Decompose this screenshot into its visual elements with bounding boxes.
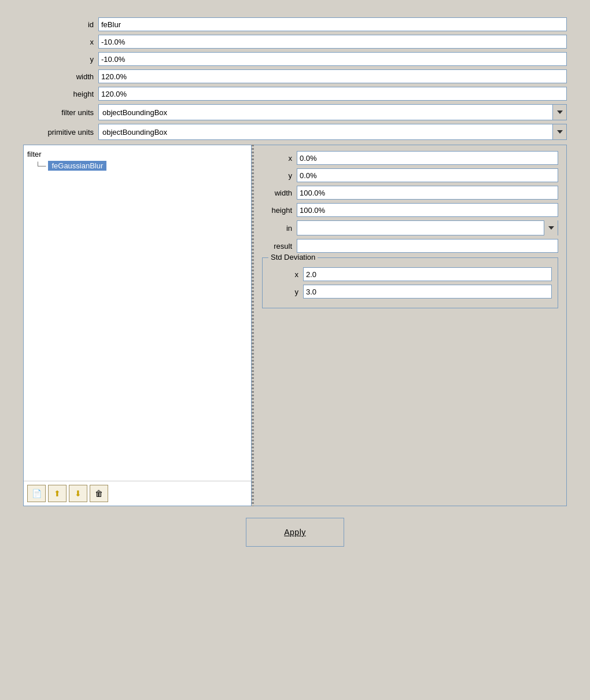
primitive-units-label: primitive units	[23, 128, 98, 137]
tree-toolbar	[24, 481, 251, 506]
details-in-value	[297, 227, 544, 229]
std-deviation-group: Std Deviation x y	[262, 257, 558, 308]
id-row: id	[23, 17, 567, 31]
details-width-input[interactable]	[297, 186, 558, 200]
primitive-units-row: primitive units objectBoundingBox	[23, 124, 567, 140]
filter-units-label: filter units	[23, 108, 98, 117]
bottom-section: filter └─ feGaussianBlur	[23, 145, 567, 506]
std-x-input[interactable]	[303, 267, 552, 281]
primitive-units-arrow-icon	[557, 130, 563, 134]
tree-child-item[interactable]: └─ feGaussianBlur	[27, 161, 248, 171]
std-x-row: x	[268, 267, 552, 281]
delete-button[interactable]	[90, 485, 108, 502]
height-row: height	[23, 87, 567, 101]
x-label: x	[23, 38, 98, 46]
move-down-button[interactable]	[69, 485, 87, 502]
filter-units-select[interactable]: objectBoundingBox	[98, 104, 567, 120]
details-x-input[interactable]	[297, 151, 558, 165]
id-label: id	[23, 20, 98, 29]
std-y-row: y	[268, 285, 552, 299]
filter-units-value: objectBoundingBox	[99, 107, 552, 118]
details-in-dropdown-btn[interactable]	[544, 220, 558, 235]
details-in-row: in	[262, 220, 558, 235]
filter-units-arrow-icon	[557, 110, 563, 114]
std-x-label: x	[268, 270, 303, 279]
height-label: height	[23, 90, 98, 98]
main-container: id x y width height filter units objectB…	[12, 12, 578, 552]
details-panel: x y width height in	[254, 145, 567, 506]
details-x-row: x	[262, 151, 558, 165]
move-up-button[interactable]	[48, 485, 67, 502]
details-y-label: y	[262, 171, 297, 180]
delete-icon	[95, 489, 103, 498]
y-input[interactable]	[98, 52, 567, 66]
details-result-row: result	[262, 239, 558, 253]
details-y-input[interactable]	[297, 168, 558, 182]
width-input[interactable]	[98, 69, 567, 83]
details-height-row: height	[262, 203, 558, 217]
std-deviation-legend: Std Deviation	[268, 253, 318, 261]
width-row: width	[23, 69, 567, 83]
width-label: width	[23, 72, 98, 81]
primitive-units-select[interactable]: objectBoundingBox	[98, 124, 567, 140]
details-width-label: width	[262, 189, 297, 197]
apply-section: Apply	[23, 518, 567, 547]
tree-panel: filter └─ feGaussianBlur	[23, 145, 252, 506]
details-in-label: in	[262, 224, 297, 233]
id-input[interactable]	[98, 17, 567, 31]
primitive-units-dropdown-btn[interactable]	[552, 124, 566, 139]
details-in-select[interactable]	[297, 220, 558, 235]
details-result-input[interactable]	[297, 239, 558, 253]
details-x-label: x	[262, 154, 297, 163]
details-in-arrow-icon	[548, 226, 554, 230]
tree-connector-icon: └─	[35, 161, 46, 170]
height-input[interactable]	[98, 87, 567, 101]
y-label: y	[23, 55, 98, 64]
apply-button[interactable]: Apply	[246, 518, 344, 547]
details-width-row: width	[262, 186, 558, 200]
tree-child-label[interactable]: feGaussianBlur	[48, 161, 106, 171]
filter-units-row: filter units objectBoundingBox	[23, 104, 567, 120]
x-row: x	[23, 35, 567, 49]
details-result-label: result	[262, 242, 297, 250]
y-row: y	[23, 52, 567, 66]
details-height-input[interactable]	[297, 203, 558, 217]
std-y-input[interactable]	[303, 285, 552, 299]
primitive-units-value: objectBoundingBox	[99, 127, 552, 138]
new-item-button[interactable]	[27, 485, 46, 502]
up-arrow-icon	[54, 489, 61, 498]
details-y-row: y	[262, 168, 558, 182]
x-input[interactable]	[98, 35, 567, 49]
details-height-label: height	[262, 206, 297, 215]
new-icon	[32, 489, 42, 498]
filter-units-dropdown-btn[interactable]	[552, 105, 566, 120]
tree-root-item: filter	[27, 149, 248, 160]
down-arrow-icon	[75, 489, 82, 498]
std-y-label: y	[268, 288, 303, 296]
tree-content: filter └─ feGaussianBlur	[24, 145, 251, 481]
